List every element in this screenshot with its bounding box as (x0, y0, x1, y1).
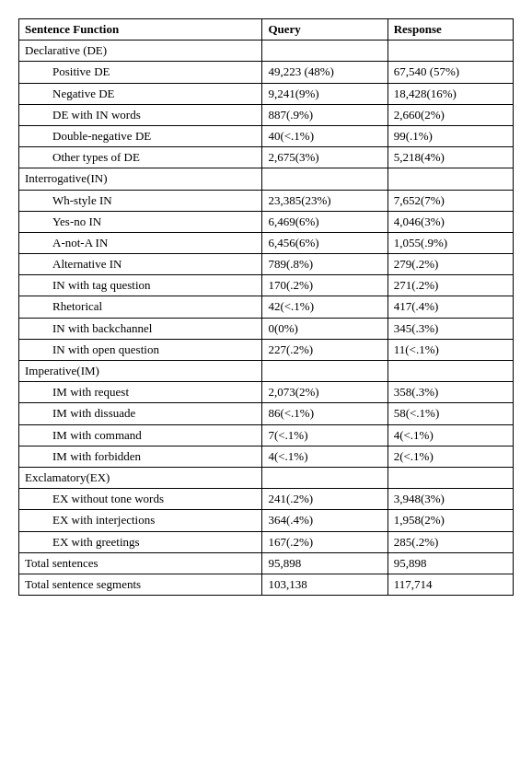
row-query: 2,675(3%) (262, 147, 387, 168)
table-row: IM with command 7(<.1%) 4(<.1%) (19, 424, 514, 446)
section-query-empty (262, 168, 387, 190)
table-row: IM with forbidden 4(<.1%) 2(<.1%) (19, 446, 514, 467)
row-query: 9,241(9%) (262, 83, 387, 104)
row-query: 6,469(6%) (262, 211, 387, 232)
row-label: Rhetorical (19, 296, 262, 318)
row-label: IN with tag question (19, 275, 262, 296)
section-header-1: Interrogative(IN) (19, 168, 514, 190)
section-response-empty (387, 467, 513, 488)
table-row: Double-negative DE 40(<.1%) 99(.1%) (19, 125, 514, 146)
section-response-empty (387, 41, 513, 62)
section-query-empty (262, 41, 387, 62)
row-query: 167(.2%) (262, 531, 387, 552)
row-response: 1,958(2%) (387, 510, 513, 531)
row-label: DE with IN words (19, 104, 262, 125)
row-label: IM with command (19, 424, 262, 446)
table-row: IN with tag question 170(.2%) 271(.2%) (19, 275, 514, 296)
table-row: Other types of DE 2,675(3%) 5,218(4%) (19, 147, 514, 168)
header-col1: Sentence Function (19, 19, 262, 41)
table-row: IN with open question 227(.2%) 11(<.1%) (19, 339, 514, 360)
row-response: 2(<.1%) (387, 446, 513, 467)
row-label: IM with forbidden (19, 446, 262, 467)
row-response: 7,652(7%) (387, 190, 513, 211)
section-response-empty (387, 168, 513, 190)
row-response: 358(.3%) (387, 382, 513, 403)
row-label: Alternative IN (19, 254, 262, 275)
row-label: Other types of DE (19, 147, 262, 168)
section-query-empty (262, 361, 387, 382)
section-title: Imperative(IM) (19, 361, 262, 382)
row-query: 789(.8%) (262, 254, 387, 275)
row-query: 2,073(2%) (262, 382, 387, 403)
row-response: 417(.4%) (387, 296, 513, 318)
row-query: 170(.2%) (262, 275, 387, 296)
table-row: Negative DE 9,241(9%) 18,428(16%) (19, 83, 514, 104)
row-response: 285(.2%) (387, 531, 513, 552)
section-header-3: Exclamatory(EX) (19, 467, 514, 488)
row-label: Yes-no IN (19, 211, 262, 232)
section-query-empty (262, 467, 387, 488)
table-row: EX with greetings 167(.2%) 285(.2%) (19, 531, 514, 552)
row-response: 271(.2%) (387, 275, 513, 296)
row-query: 364(.4%) (262, 510, 387, 531)
row-label: IN with open question (19, 339, 262, 360)
section-response-empty (387, 361, 513, 382)
row-response: 58(<.1%) (387, 403, 513, 424)
header-col3: Response (387, 19, 513, 41)
table-row: Rhetorical 42(<.1%) 417(.4%) (19, 296, 514, 318)
row-response: 99(.1%) (387, 125, 513, 146)
row-label: EX with interjections (19, 510, 262, 531)
row-response: 345(.3%) (387, 318, 513, 339)
row-response: 5,218(4%) (387, 147, 513, 168)
table-row: Alternative IN 789(.8%) 279(.2%) (19, 254, 514, 275)
table-row: Wh-style IN 23,385(23%) 7,652(7%) (19, 190, 514, 211)
total-query: 95,898 (262, 552, 387, 574)
row-response: 4,046(3%) (387, 211, 513, 232)
row-query: 42(<.1%) (262, 296, 387, 318)
row-label: EX without tone words (19, 489, 262, 510)
total-label: Total sentences (19, 552, 262, 574)
table-row: Yes-no IN 6,469(6%) 4,046(3%) (19, 211, 514, 232)
table-row: Positive DE 49,223 (48%) 67,540 (57%) (19, 62, 514, 83)
row-query: 7(<.1%) (262, 424, 387, 446)
total-row-0: Total sentences 95,898 95,898 (19, 552, 514, 574)
row-label: Negative DE (19, 83, 262, 104)
section-header-2: Imperative(IM) (19, 361, 514, 382)
row-query: 4(<.1%) (262, 446, 387, 467)
row-label: IM with dissuade (19, 403, 262, 424)
table-wrapper: Sentence Function Query Response Declara… (18, 18, 514, 596)
total-response: 95,898 (387, 552, 513, 574)
row-label: Positive DE (19, 62, 262, 83)
row-label: IM with request (19, 382, 262, 403)
row-response: 279(.2%) (387, 254, 513, 275)
total-label: Total sentence segments (19, 574, 262, 595)
row-query: 0(0%) (262, 318, 387, 339)
table-row: DE with IN words 887(.9%) 2,660(2%) (19, 104, 514, 125)
row-query: 227(.2%) (262, 339, 387, 360)
table-row: IM with dissuade 86(<.1%) 58(<.1%) (19, 403, 514, 424)
section-header-0: Declarative (DE) (19, 41, 514, 62)
total-row-1: Total sentence segments 103,138 117,714 (19, 574, 514, 595)
section-title: Interrogative(IN) (19, 168, 262, 190)
table-row: A-not-A IN 6,456(6%) 1,055(.9%) (19, 232, 514, 253)
total-response: 117,714 (387, 574, 513, 595)
total-query: 103,138 (262, 574, 387, 595)
table-row: EX with interjections 364(.4%) 1,958(2%) (19, 510, 514, 531)
row-response: 67,540 (57%) (387, 62, 513, 83)
header-col2: Query (262, 19, 387, 41)
row-label: IN with backchannel (19, 318, 262, 339)
section-title: Exclamatory(EX) (19, 467, 262, 488)
row-label: A-not-A IN (19, 232, 262, 253)
row-response: 3,948(3%) (387, 489, 513, 510)
table-row: IM with request 2,073(2%) 358(.3%) (19, 382, 514, 403)
section-title: Declarative (DE) (19, 41, 262, 62)
row-query: 23,385(23%) (262, 190, 387, 211)
row-label: Wh-style IN (19, 190, 262, 211)
row-response: 1,055(.9%) (387, 232, 513, 253)
row-query: 887(.9%) (262, 104, 387, 125)
row-query: 40(<.1%) (262, 125, 387, 146)
row-query: 49,223 (48%) (262, 62, 387, 83)
row-query: 241(.2%) (262, 489, 387, 510)
row-label: Double-negative DE (19, 125, 262, 146)
row-response: 11(<.1%) (387, 339, 513, 360)
